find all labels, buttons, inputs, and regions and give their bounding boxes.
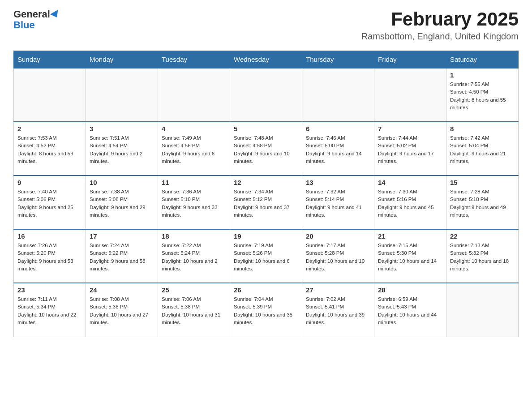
calendar-day: 11Sunrise: 7:36 AMSunset: 5:10 PMDayligh… (158, 176, 230, 229)
day-info: Sunrise: 7:53 AMSunset: 4:52 PMDaylight:… (17, 134, 82, 165)
day-info: Sunrise: 7:36 AMSunset: 5:10 PMDaylight:… (162, 188, 226, 219)
day-number: 12 (234, 179, 298, 186)
day-number: 18 (162, 232, 226, 240)
day-number: 16 (17, 232, 82, 240)
day-info: Sunrise: 7:40 AMSunset: 5:06 PMDaylight:… (17, 188, 82, 219)
day-number: 3 (90, 125, 154, 133)
calendar-day: 16Sunrise: 7:26 AMSunset: 5:20 PMDayligh… (14, 229, 86, 283)
calendar-day: 20Sunrise: 7:17 AMSunset: 5:28 PMDayligh… (302, 229, 374, 283)
day-number: 7 (378, 125, 442, 133)
calendar-subtitle: Ramsbottom, England, United Kingdom (361, 31, 519, 42)
day-info: Sunrise: 7:30 AMSunset: 5:16 PMDaylight:… (378, 188, 442, 219)
day-info: Sunrise: 7:38 AMSunset: 5:08 PMDaylight:… (90, 188, 154, 219)
calendar-day: 1Sunrise: 7:55 AMSunset: 4:50 PMDaylight… (446, 68, 519, 122)
day-number: 26 (234, 286, 298, 294)
day-number: 13 (306, 179, 370, 186)
day-number: 19 (234, 232, 298, 240)
day-info: Sunrise: 7:46 AMSunset: 5:00 PMDaylight:… (306, 134, 370, 165)
day-number: 25 (162, 286, 226, 294)
week-row-0: 1Sunrise: 7:55 AMSunset: 4:50 PMDaylight… (14, 68, 519, 122)
day-number: 27 (306, 286, 370, 294)
header-sunday: Sunday (14, 51, 86, 68)
day-number: 23 (17, 286, 82, 294)
day-number: 1 (450, 71, 515, 79)
day-number: 17 (90, 232, 154, 240)
day-number: 20 (306, 232, 370, 240)
day-number: 9 (17, 179, 82, 186)
day-info: Sunrise: 7:04 AMSunset: 5:39 PMDaylight:… (234, 295, 298, 326)
calendar-day: 8Sunrise: 7:42 AMSunset: 5:04 PMDaylight… (446, 122, 519, 176)
day-number: 15 (450, 179, 515, 186)
day-number: 11 (162, 179, 226, 186)
calendar-day: 13Sunrise: 7:32 AMSunset: 5:14 PMDayligh… (302, 176, 374, 229)
calendar-day: 3Sunrise: 7:51 AMSunset: 4:54 PMDaylight… (86, 122, 158, 176)
day-number: 21 (378, 232, 442, 240)
week-row-3: 16Sunrise: 7:26 AMSunset: 5:20 PMDayligh… (14, 229, 519, 283)
day-info: Sunrise: 7:22 AMSunset: 5:24 PMDaylight:… (162, 242, 226, 273)
day-number: 14 (378, 179, 442, 186)
calendar-day: 23Sunrise: 7:11 AMSunset: 5:34 PMDayligh… (14, 283, 86, 337)
day-number: 4 (162, 125, 226, 133)
day-info: Sunrise: 7:51 AMSunset: 4:54 PMDaylight:… (90, 134, 154, 165)
calendar-day: 17Sunrise: 7:24 AMSunset: 5:22 PMDayligh… (86, 229, 158, 283)
day-number: 22 (450, 232, 515, 240)
calendar-day (158, 68, 230, 122)
calendar-day: 5Sunrise: 7:48 AMSunset: 4:58 PMDaylight… (230, 122, 302, 176)
calendar-day: 6Sunrise: 7:46 AMSunset: 5:00 PMDaylight… (302, 122, 374, 176)
calendar-day: 2Sunrise: 7:53 AMSunset: 4:52 PMDaylight… (14, 122, 86, 176)
header-wednesday: Wednesday (230, 51, 302, 68)
day-number: 24 (90, 286, 154, 294)
calendar-day (446, 283, 519, 337)
day-info: Sunrise: 7:13 AMSunset: 5:32 PMDaylight:… (450, 242, 515, 273)
calendar-day: 25Sunrise: 7:06 AMSunset: 5:38 PMDayligh… (158, 283, 230, 337)
calendar-day: 28Sunrise: 6:59 AMSunset: 5:43 PMDayligh… (374, 283, 446, 337)
day-info: Sunrise: 7:49 AMSunset: 4:56 PMDaylight:… (162, 134, 226, 165)
header-tuesday: Tuesday (158, 51, 230, 68)
calendar-day: 12Sunrise: 7:34 AMSunset: 5:12 PMDayligh… (230, 176, 302, 229)
day-number: 6 (306, 125, 370, 133)
header-saturday: Saturday (446, 51, 519, 68)
day-info: Sunrise: 7:02 AMSunset: 5:41 PMDaylight:… (306, 295, 370, 326)
day-info: Sunrise: 7:17 AMSunset: 5:28 PMDaylight:… (306, 242, 370, 273)
header-friday: Friday (374, 51, 446, 68)
day-info: Sunrise: 7:28 AMSunset: 5:18 PMDaylight:… (450, 188, 515, 219)
calendar-day (86, 68, 158, 122)
calendar-title: February 2025 (361, 9, 519, 30)
header-thursday: Thursday (302, 51, 374, 68)
day-info: Sunrise: 7:08 AMSunset: 5:36 PMDaylight:… (90, 295, 154, 326)
calendar-day (230, 68, 302, 122)
logo-arrow-icon (50, 10, 61, 20)
calendar-day: 18Sunrise: 7:22 AMSunset: 5:24 PMDayligh… (158, 229, 230, 283)
day-info: Sunrise: 7:11 AMSunset: 5:34 PMDaylight:… (17, 295, 82, 326)
calendar-day: 24Sunrise: 7:08 AMSunset: 5:36 PMDayligh… (86, 283, 158, 337)
day-info: Sunrise: 7:06 AMSunset: 5:38 PMDaylight:… (162, 295, 226, 326)
calendar-day: 9Sunrise: 7:40 AMSunset: 5:06 PMDaylight… (14, 176, 86, 229)
calendar-day: 4Sunrise: 7:49 AMSunset: 4:56 PMDaylight… (158, 122, 230, 176)
day-info: Sunrise: 7:32 AMSunset: 5:14 PMDaylight:… (306, 188, 370, 219)
day-info: Sunrise: 7:26 AMSunset: 5:20 PMDaylight:… (17, 242, 82, 273)
page-header: General Blue February 2025 Ramsbottom, E… (13, 9, 519, 42)
day-info: Sunrise: 7:15 AMSunset: 5:30 PMDaylight:… (378, 242, 442, 273)
header-monday: Monday (86, 51, 158, 68)
calendar-day: 21Sunrise: 7:15 AMSunset: 5:30 PMDayligh… (374, 229, 446, 283)
calendar-day (374, 68, 446, 122)
calendar-day: 10Sunrise: 7:38 AMSunset: 5:08 PMDayligh… (86, 176, 158, 229)
calendar-day: 14Sunrise: 7:30 AMSunset: 5:16 PMDayligh… (374, 176, 446, 229)
day-number: 10 (90, 179, 154, 186)
week-row-1: 2Sunrise: 7:53 AMSunset: 4:52 PMDaylight… (14, 122, 519, 176)
calendar-day: 22Sunrise: 7:13 AMSunset: 5:32 PMDayligh… (446, 229, 519, 283)
week-row-4: 23Sunrise: 7:11 AMSunset: 5:34 PMDayligh… (14, 283, 519, 337)
calendar-day: 15Sunrise: 7:28 AMSunset: 5:18 PMDayligh… (446, 176, 519, 229)
calendar-day (14, 68, 86, 122)
calendar-day: 7Sunrise: 7:44 AMSunset: 5:02 PMDaylight… (374, 122, 446, 176)
day-number: 2 (17, 125, 82, 133)
day-number: 28 (378, 286, 442, 294)
day-info: Sunrise: 7:44 AMSunset: 5:02 PMDaylight:… (378, 134, 442, 165)
calendar-table: Sunday Monday Tuesday Wednesday Thursday… (13, 51, 519, 337)
logo-general-text: General (13, 9, 50, 20)
day-number: 8 (450, 125, 515, 133)
day-info: Sunrise: 7:34 AMSunset: 5:12 PMDaylight:… (234, 188, 298, 219)
day-info: Sunrise: 7:42 AMSunset: 5:04 PMDaylight:… (450, 134, 515, 165)
calendar-day (302, 68, 374, 122)
logo: General Blue (13, 9, 60, 30)
